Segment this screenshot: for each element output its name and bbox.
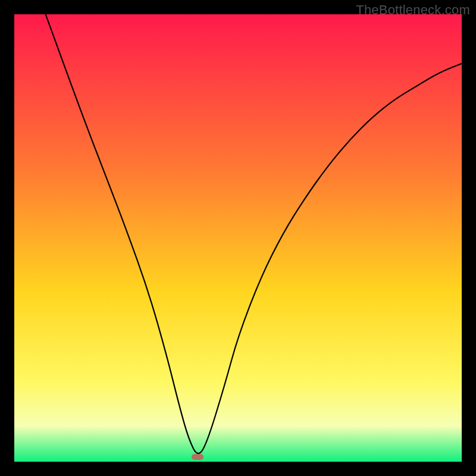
attribution-watermark: TheBottleneck.com	[356, 2, 470, 18]
plot-svg	[14, 14, 462, 462]
chart-frame: TheBottleneck.com	[0, 0, 476, 476]
minimum-marker	[192, 454, 203, 460]
plot-area	[14, 14, 462, 462]
gradient-background	[14, 14, 462, 462]
